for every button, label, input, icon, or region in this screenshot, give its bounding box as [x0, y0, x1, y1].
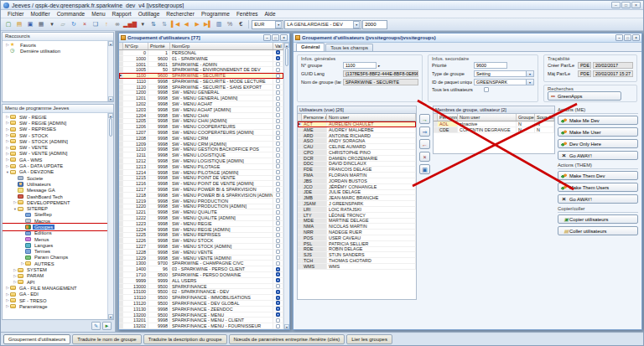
valid-cell[interactable] [273, 244, 283, 249]
valid-cell[interactable] [273, 124, 283, 129]
menu-item[interactable]: Outillage [135, 11, 164, 17]
maximize-button[interactable]: □ [621, 2, 631, 8]
copy-paste-button[interactable]: Copier utilisateurs [558, 214, 638, 224]
menu-item[interactable]: Fichier [4, 11, 28, 17]
year-input[interactable] [362, 20, 387, 29]
copy-paste-button[interactable]: Coller utilisateurs [558, 226, 638, 235]
valid-cell[interactable] [273, 318, 283, 323]
column-header-groups[interactable]: Groupes [517, 114, 535, 121]
user-row[interactable]: POS USER CAVEAU [298, 235, 416, 241]
menu-item[interactable]: Rechercher [163, 11, 198, 17]
tree-item[interactable]: ▷ SW - STOCK [3, 132, 107, 138]
column-header-valid[interactable]: Val [273, 43, 283, 49]
column-header-priority[interactable]: Priorité [148, 43, 170, 49]
tree-item[interactable]: ▷ SF - TRESO [3, 297, 107, 303]
maximize-button[interactable]: □ [272, 34, 279, 41]
group-row[interactable]: 1202 9998 SW - MENU ACHAT [119, 101, 283, 107]
group-row[interactable]: 1218 9998 SW - MENU POWER BI & SPARKVISI… [119, 193, 283, 199]
tree-item[interactable]: Message GA [3, 188, 107, 194]
column-header-person[interactable]: Personne à ai [302, 114, 327, 121]
user-row[interactable]: CPO CHRISTOPHE PINO [298, 150, 416, 156]
group-row[interactable]: 1226 9998 SW - MENU STOCK [119, 238, 283, 244]
valid-checkbox[interactable] [276, 136, 280, 140]
valid-checkbox[interactable] [276, 74, 280, 78]
tree-item[interactable]: Editions [3, 230, 107, 236]
tree-item[interactable]: ▷ GA - EDI [3, 292, 107, 297]
menu-item[interactable]: Programme [198, 11, 233, 17]
valid-checkbox[interactable] [276, 119, 280, 123]
valid-checkbox[interactable] [276, 113, 280, 117]
valid-checkbox[interactable] [276, 188, 280, 192]
tree-item[interactable]: ▷ SW - REGIE [3, 114, 107, 120]
valid-checkbox[interactable] [276, 107, 280, 111]
menu-item[interactable]: Rapport [109, 11, 135, 17]
tree-item[interactable]: SiteRep [3, 212, 107, 218]
valid-cell[interactable] [273, 85, 283, 90]
valid-checkbox[interactable] [276, 56, 280, 60]
minimize-button[interactable]: – [263, 34, 271, 41]
user-row[interactable]: PSL PATRICIA SELLIER [298, 241, 416, 247]
tree-item[interactable]: ▷ SYSTEM [3, 266, 107, 272]
action-them-button[interactable]: Make Them Users [558, 183, 638, 192]
valid-checkbox[interactable] [276, 278, 280, 282]
valid-cell[interactable] [273, 278, 283, 283]
nav-last-icon[interactable]: ▶▌ [203, 19, 213, 29]
bottom-tab[interactable]: Traduire la description du groupe [143, 334, 227, 344]
group-row[interactable]: 13130 9998 SPARKFINANCE - ZEENDOC [119, 307, 283, 312]
user-row[interactable]: ARD ANTOINE RICHARD [298, 133, 416, 139]
column-header-grp[interactable]: N°Grp [123, 43, 148, 49]
priority-field[interactable]: 9600 [474, 62, 507, 69]
valid-checkbox[interactable] [276, 239, 280, 243]
shortcuts-scrollbar[interactable]: ▲ ▼ [107, 41, 113, 101]
group-row[interactable]: 1224 9998 SW - MENU REGIE [ADMIN] [119, 227, 283, 233]
add-all-members-button[interactable]: ⇒ [419, 127, 430, 137]
scroll-down-icon[interactable]: ▼ [108, 314, 113, 319]
column-header-person[interactable]: Personne à [438, 114, 458, 121]
user-row[interactable]: JMB JEAN-MARC BRANCHE [298, 195, 416, 201]
group-row[interactable]: 1220 9998 SW - MENU PRODUCTION [ADMIN] [119, 204, 283, 210]
tree-item[interactable]: Groupes [3, 224, 107, 230]
greenapps-button[interactable]: ∞ GreenApps [548, 91, 621, 101]
save-members-button[interactable]: ▣ [419, 164, 430, 174]
euro-icon[interactable]: € [236, 19, 246, 29]
group-row[interactable]: 1710 9500 SPARKWINE - PERSO DOMAINE [119, 272, 283, 278]
group-row[interactable]: 9999 9999 ALL USERS [119, 278, 283, 284]
tree-item[interactable]: Termes [3, 249, 107, 255]
minimize-button[interactable]: – [615, 34, 623, 41]
valid-checkbox[interactable] [276, 301, 280, 305]
menu-item[interactable]: Fenêtres [233, 11, 262, 17]
close-button[interactable]: × [631, 2, 641, 8]
group-row[interactable]: 1400 96 03 - SPARKWINE - PERSO CLIENT [119, 266, 283, 272]
valid-cell[interactable] [273, 238, 283, 243]
valid-checkbox[interactable] [276, 90, 280, 95]
tree-item[interactable]: ▷ GA - DATA UPDATE [3, 163, 107, 168]
tree-item[interactable]: ▷ PARAM [3, 273, 107, 279]
action-me-button[interactable]: Make Me User [558, 127, 638, 137]
action-me-button[interactable]: Dev Only Here [558, 139, 638, 148]
valid-checkbox[interactable] [276, 318, 280, 323]
valid-cell[interactable] [273, 67, 283, 72]
valid-checkbox[interactable] [276, 199, 280, 203]
valid-checkbox[interactable] [276, 216, 280, 220]
valid-checkbox[interactable] [276, 170, 280, 174]
group-row[interactable]: 1229 9998 SW - MENU VENTE [ADMIN] [119, 256, 283, 261]
valid-checkbox[interactable] [276, 296, 280, 300]
valid-checkbox[interactable] [276, 182, 280, 186]
user-row[interactable]: FMA FLORIAN MARTIN [298, 173, 416, 178]
user-row[interactable]: SJS STIJN SANDERS [298, 252, 416, 258]
group-row[interactable]: 1200 9998 SW - MENU GENERAL [119, 90, 283, 96]
column-header-username[interactable]: Nom user [458, 114, 517, 121]
list-window-icon[interactable]: ▥ [214, 19, 224, 29]
close-button[interactable]: × [632, 34, 640, 41]
tree-item[interactable]: ▷ SW - REPRISES [3, 127, 107, 132]
tree-item[interactable]: ▷ SW - VENTE [3, 144, 107, 150]
member-row[interactable]: AOL zInactive N N [434, 121, 554, 127]
tree-item[interactable]: Societe [3, 175, 107, 181]
valid-checkbox[interactable] [276, 62, 280, 66]
user-row[interactable]: JCO JÉRÉMY CONHANGLE [298, 184, 416, 190]
valid-cell[interactable] [273, 301, 283, 306]
valid-cell[interactable] [273, 50, 283, 55]
column-header-subgroups[interactable]: Sous-Groupes [535, 114, 554, 121]
all-users-checkbox[interactable] [484, 87, 489, 92]
new-document-icon[interactable]: ▢ [3, 19, 13, 29]
